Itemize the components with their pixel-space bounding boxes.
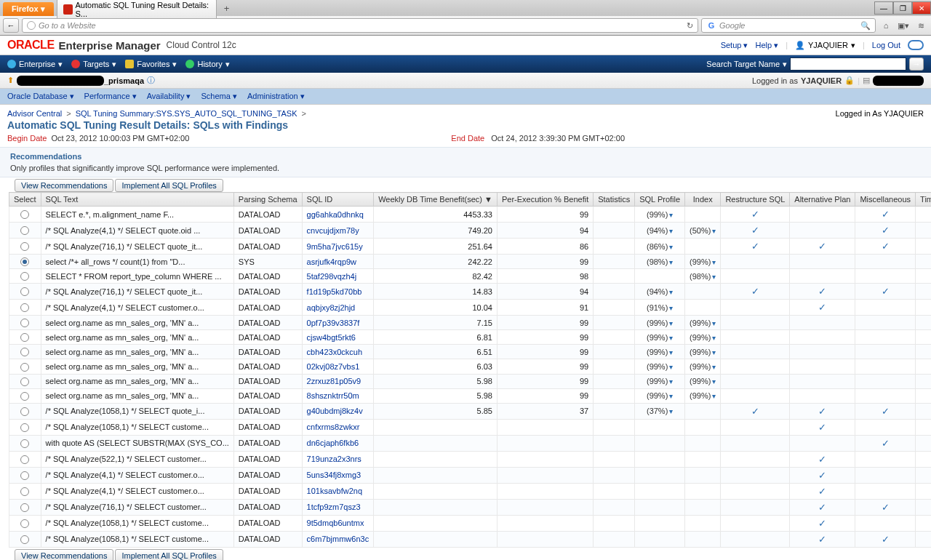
row-select-radio[interactable] bbox=[20, 519, 29, 528]
info-icon[interactable]: ⓘ bbox=[147, 75, 155, 86]
browser-search-input[interactable]: G Google 🔍 bbox=[701, 18, 876, 33]
sql-id-link[interactable]: 8shsznktrr50m bbox=[307, 391, 359, 400]
sql-id-link[interactable]: 5uns34fj8xmg3 bbox=[307, 471, 361, 479]
row-select-radio[interactable] bbox=[20, 471, 29, 480]
sql-id-link[interactable]: aqbjxy8zj2hjd bbox=[307, 303, 356, 312]
row-select-radio[interactable] bbox=[20, 423, 29, 432]
window-close-button[interactable]: ✕ bbox=[912, 1, 931, 15]
sql-id-link[interactable]: cnfxrms8zwkxr bbox=[307, 423, 360, 431]
sql-id-link[interactable]: asrjufk4rqp9w bbox=[307, 257, 356, 266]
subnav-performance[interactable]: Performance ▾ bbox=[84, 92, 137, 101]
cell-timed bbox=[916, 330, 931, 345]
nav-favorites[interactable]: Favorites ▾ bbox=[125, 60, 177, 69]
row-select-radio[interactable] bbox=[20, 392, 29, 401]
firefox-menu-button[interactable]: Firefox ▾ bbox=[3, 2, 54, 16]
row-select-radio[interactable] bbox=[20, 287, 29, 296]
sql-id-link[interactable]: dn6cjaph6fkb6 bbox=[307, 439, 359, 447]
search-target-input[interactable] bbox=[790, 57, 906, 71]
implement-profiles-button[interactable]: Implement All SQL Profiles bbox=[115, 179, 223, 192]
col-timed[interactable]: Timed Out bbox=[916, 193, 931, 207]
new-tab-button[interactable]: + bbox=[218, 1, 236, 15]
search-target-go-button[interactable]: → bbox=[909, 57, 924, 71]
row-select-radio[interactable] bbox=[20, 487, 29, 496]
row-select-radio[interactable] bbox=[20, 333, 29, 342]
row-select-radio[interactable] bbox=[20, 348, 29, 356]
sql-id-link[interactable]: 719unza2x3nrs bbox=[307, 455, 361, 463]
row-select-radio[interactable] bbox=[20, 407, 29, 416]
implement-profiles-button-bottom[interactable]: Implement All SQL Profiles bbox=[115, 549, 223, 560]
row-select-radio[interactable] bbox=[20, 210, 29, 219]
cell-restruct bbox=[721, 483, 790, 499]
bookmarks-icon[interactable]: ▣▾ bbox=[896, 19, 911, 32]
sql-id-link[interactable]: g40ubdmj8kz4v bbox=[307, 407, 363, 415]
col-select[interactable]: Select bbox=[9, 193, 41, 207]
col-altplan[interactable]: Alternative Plan bbox=[790, 193, 855, 207]
sql-id-link[interactable]: cnvcujdjxm78y bbox=[307, 226, 359, 235]
sql-id-link[interactable]: c6m7bjmmw6n3c bbox=[307, 535, 369, 543]
sql-id-link[interactable]: 9m5ha7jvc615y bbox=[307, 242, 363, 251]
row-select-radio[interactable] bbox=[20, 535, 29, 544]
subnav-oracle-database[interactable]: Oracle Database ▾ bbox=[7, 92, 74, 101]
help-menu[interactable]: Help ▾ bbox=[755, 41, 778, 50]
row-select-radio[interactable] bbox=[20, 503, 29, 512]
url-input[interactable]: Go to a Website ↻ bbox=[22, 18, 698, 33]
subnav-schema[interactable]: Schema ▾ bbox=[201, 92, 237, 101]
breadcrumb-advisor-central[interactable]: Advisor Central bbox=[7, 109, 62, 118]
db-icon[interactable]: ▤ bbox=[863, 76, 870, 85]
search-target-label: Search Target Name bbox=[706, 60, 780, 68]
sql-id-link[interactable]: 9t5dmqb6untmx bbox=[307, 519, 364, 527]
row-select-radio[interactable] bbox=[20, 319, 29, 327]
sql-id-link[interactable]: f1d19p5kd70bb bbox=[307, 287, 362, 296]
col-misc[interactable]: Miscellaneous bbox=[855, 193, 916, 207]
table-row: select org.name as mn_sales_org, 'MN' a.… bbox=[9, 330, 932, 345]
logout-link[interactable]: Log Out bbox=[872, 41, 900, 49]
target-up-icon[interactable]: ⬆ bbox=[7, 76, 14, 85]
cell-weekly: 4453.33 bbox=[374, 207, 498, 223]
window-maximize-button[interactable]: ❐ bbox=[893, 1, 912, 15]
col-index[interactable]: Index bbox=[685, 193, 721, 207]
back-button[interactable]: ← bbox=[3, 18, 19, 33]
row-select-radio[interactable] bbox=[20, 377, 29, 386]
nav-enterprise[interactable]: Enterprise ▾ bbox=[7, 60, 63, 69]
col-restructure[interactable]: Restructure SQL bbox=[721, 193, 790, 207]
feed-icon[interactable]: ≋ bbox=[914, 19, 928, 32]
sql-id-link[interactable]: cjsw4bgt5rkt6 bbox=[307, 333, 356, 342]
row-select-radio[interactable] bbox=[20, 226, 29, 235]
sql-id-link[interactable]: 0pf7p39v3837f bbox=[307, 319, 360, 327]
row-select-radio[interactable] bbox=[20, 363, 29, 372]
window-minimize-button[interactable]: — bbox=[874, 1, 893, 15]
nav-targets[interactable]: Targets ▾ bbox=[71, 60, 116, 69]
table-row: /* SQL Analyze(522,1) */ SELECT customer… bbox=[9, 451, 932, 467]
row-select-radio[interactable] bbox=[20, 455, 29, 464]
setup-menu[interactable]: Setup ▾ bbox=[721, 41, 748, 50]
col-sql-id[interactable]: SQL ID bbox=[302, 193, 374, 207]
sql-id-link[interactable]: gg6ahka0dhnkq bbox=[307, 210, 364, 219]
sql-id-link[interactable]: 5taf298vqzh4j bbox=[307, 272, 357, 281]
sql-id-link[interactable]: 1tcfp9zm7qsz3 bbox=[307, 503, 361, 511]
home-icon[interactable]: ⌂ bbox=[879, 19, 893, 32]
subnav-availability[interactable]: Availability ▾ bbox=[147, 92, 191, 101]
cell-schema: DATALOAD bbox=[233, 467, 302, 483]
view-recommendations-button-bottom[interactable]: View Recommendations bbox=[15, 549, 113, 560]
col-stats[interactable]: Statistics bbox=[594, 193, 635, 207]
view-recommendations-button[interactable]: View Recommendations bbox=[15, 179, 113, 192]
sql-id-link[interactable]: cbh423x0ckcuh bbox=[307, 348, 362, 356]
row-select-radio[interactable] bbox=[20, 272, 29, 281]
col-perexec[interactable]: Per-Execution % Benefit bbox=[497, 193, 593, 207]
browser-tab-active[interactable]: Automatic SQL Tuning Result Details: S..… bbox=[57, 0, 217, 20]
row-select-radio[interactable] bbox=[20, 242, 29, 251]
sql-id-link[interactable]: 02kvj08z7vbs1 bbox=[307, 362, 360, 371]
user-menu[interactable]: 👤 YJAQUIER ▾ bbox=[795, 41, 855, 50]
col-schema[interactable]: Parsing Schema bbox=[233, 193, 302, 207]
nav-history[interactable]: History ▾ bbox=[185, 60, 229, 69]
row-select-radio[interactable] bbox=[20, 257, 29, 266]
row-select-radio[interactable] bbox=[20, 303, 29, 312]
col-weekly[interactable]: Weekly DB Time Benefit(sec) ▼ bbox=[374, 193, 498, 207]
sql-id-link[interactable]: 101ksavbfw2nq bbox=[307, 487, 362, 495]
col-profile[interactable]: SQL Profile bbox=[635, 193, 685, 207]
breadcrumb-tuning-summary[interactable]: SQL Tuning Summary:SYS.SYS_AUTO_SQL_TUNI… bbox=[76, 109, 297, 118]
subnav-administration[interactable]: Administration ▾ bbox=[247, 92, 305, 101]
col-sql-text[interactable]: SQL Text bbox=[41, 193, 233, 207]
sql-id-link[interactable]: 2zrxuz81p05v9 bbox=[307, 377, 361, 385]
row-select-radio[interactable] bbox=[20, 439, 29, 448]
